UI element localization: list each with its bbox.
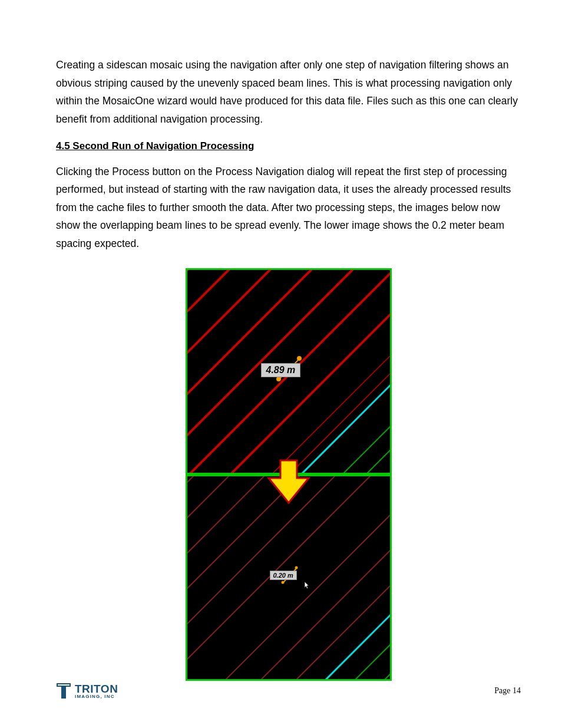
svg-line-14 xyxy=(187,476,246,535)
svg-line-2 xyxy=(187,270,287,370)
body-paragraph-1: Creating a sidescan mosaic using the nav… xyxy=(56,56,521,129)
svg-line-10 xyxy=(323,406,392,475)
section-heading-4-5: 4.5 Second Run of Navigation Processing xyxy=(56,140,521,152)
svg-line-12 xyxy=(370,453,392,475)
beam-figure-top: 4.89 m xyxy=(186,268,392,475)
measurement-label-top: 4.89 m xyxy=(261,363,301,377)
page-number: Page 14 xyxy=(494,686,521,696)
triton-logo-icon xyxy=(56,682,71,700)
measurement-label-bottom: 0.20 m xyxy=(270,571,297,580)
svg-line-21 xyxy=(276,565,392,681)
brand-name: TRITON xyxy=(75,683,118,694)
svg-line-13 xyxy=(187,476,211,500)
svg-line-19 xyxy=(205,494,392,681)
svg-line-25 xyxy=(388,677,392,681)
brand-logo: TRITON IMAGING, INC xyxy=(56,682,118,700)
body-paragraph-2: Clicking the Process button on the Proce… xyxy=(56,163,521,253)
svg-line-22 xyxy=(305,594,392,681)
svg-line-1 xyxy=(187,270,246,329)
cursor-icon xyxy=(304,581,310,589)
svg-line-11 xyxy=(346,429,392,475)
figure-stack: 4.89 m xyxy=(56,268,521,681)
svg-line-20 xyxy=(240,529,392,681)
brand-subtitle: IMAGING, INC xyxy=(75,694,118,699)
svg-line-0 xyxy=(187,270,205,288)
arrow-down-icon xyxy=(266,458,311,508)
page-footer: TRITON IMAGING, INC Page 14 xyxy=(56,682,521,700)
